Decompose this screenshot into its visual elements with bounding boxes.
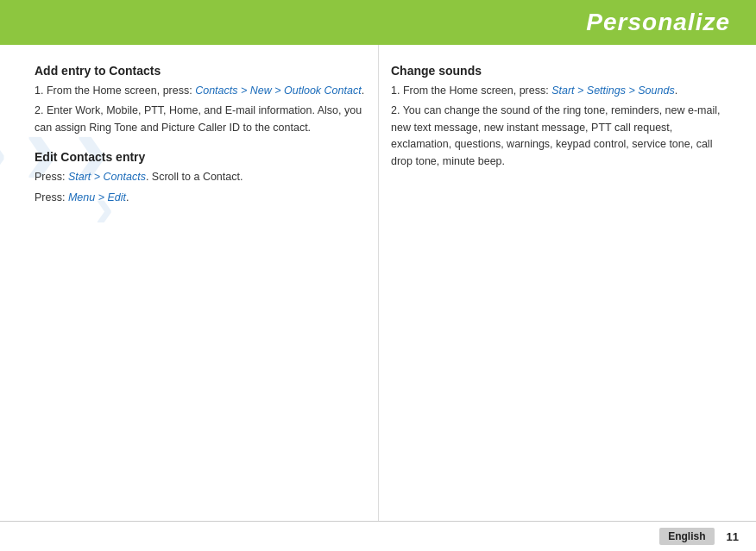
add-contacts-section: Add entry to Contacts 1. From the Home s… — [35, 64, 374, 136]
edit-contacts-line2: Press: Menu > Edit. — [35, 190, 374, 206]
page-title: Personalize — [586, 9, 730, 36]
edit-contacts-section: Edit Contacts entry Press: Start > Conta… — [35, 150, 374, 206]
right-column: Change sounds 1. From the Home screen, p… — [391, 64, 730, 512]
footer-bar: English 11 — [0, 521, 756, 551]
language-label: English — [659, 528, 714, 545]
change-sounds-item1: 1. From the Home screen, press: Start > … — [391, 83, 730, 99]
change-sounds-section: Change sounds 1. From the Home screen, p… — [391, 64, 730, 170]
left-column: Add entry to Contacts 1. From the Home s… — [35, 64, 374, 512]
add-contacts-item2: 2. Enter Work, Mobile, PTT, Home, and E-… — [35, 103, 374, 136]
change-sounds-item2: 2. You can change the sound of the ring … — [391, 103, 730, 170]
add-contacts-item1: 1. From the Home screen, press: Contacts… — [35, 83, 374, 99]
edit-contacts-line1: Press: Start > Contacts. Scroll to a Con… — [35, 169, 374, 185]
add-contacts-title: Add entry to Contacts — [35, 64, 374, 78]
header-bar: Personalize — [0, 0, 756, 45]
edit-contacts-title: Edit Contacts entry — [35, 150, 374, 164]
page-number: 11 — [727, 530, 739, 543]
start-contacts-link: Start > Contacts — [68, 171, 146, 183]
change-sounds-title: Change sounds — [391, 64, 730, 78]
contacts-link: Contacts > New > Outlook Contact — [195, 85, 361, 97]
main-content: Add entry to Contacts 1. From the Home s… — [0, 45, 756, 521]
start-settings-link: Start > Settings > Sounds — [551, 85, 674, 97]
menu-edit-link: Menu > Edit — [68, 191, 126, 203]
